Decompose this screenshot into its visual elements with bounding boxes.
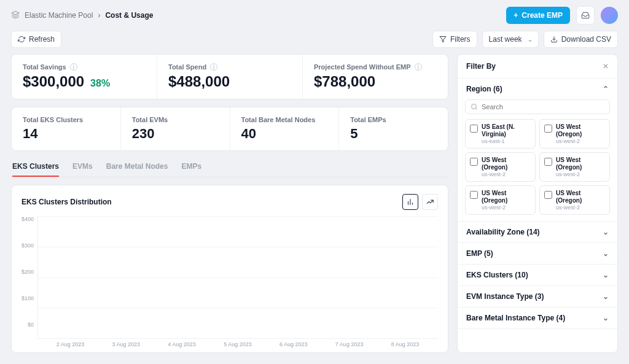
region-code: us-west-2 xyxy=(482,204,531,211)
facet-search[interactable] xyxy=(465,99,610,114)
date-range-label: Last week xyxy=(489,35,522,44)
download-label: Download CSV xyxy=(561,35,611,44)
region-checkbox[interactable] xyxy=(470,125,478,133)
bar-chart-toggle[interactable] xyxy=(402,194,418,210)
create-emp-button[interactable]: + Create EMP xyxy=(506,7,570,24)
x-tick: 5 Aug 2023 xyxy=(224,341,252,347)
x-tick: 4 Aug 2023 xyxy=(168,341,196,347)
count-stats-row: Total EKS Clusters 14Total EVMs 230Total… xyxy=(11,107,448,151)
tab-eks-clusters[interactable]: EKS Clusters xyxy=(12,162,59,177)
region-code: us-west-2 xyxy=(556,138,605,144)
refresh-button[interactable]: Refresh xyxy=(11,31,61,48)
facet-body: US East (N. Virginia) us-east-1 US West … xyxy=(458,99,617,221)
region-name: US West (Oregon) xyxy=(556,157,605,171)
facet-header[interactable]: EKS Clusters (10)⌄ xyxy=(458,265,617,285)
region-checkbox[interactable] xyxy=(470,158,478,166)
region-option[interactable]: US West (Oregon) us-west-2 xyxy=(539,119,610,149)
filter-title: Filter By xyxy=(466,62,496,71)
app-header: Elastic Machine Pool › Cost & Usage + Cr… xyxy=(0,0,629,31)
chevron-down-icon: ⌄ xyxy=(527,35,533,44)
facet-eks-clusters: EKS Clusters (10)⌄ xyxy=(458,265,617,286)
stat-label: Total Spend i xyxy=(168,63,291,71)
avatar[interactable] xyxy=(601,7,618,24)
line-chart-icon xyxy=(426,198,434,206)
filter-icon xyxy=(439,36,447,43)
chevron-down-icon: ⌄ xyxy=(603,292,609,301)
stat-card: Total EKS Clusters 14 xyxy=(12,107,121,150)
y-tick: $300 xyxy=(21,242,34,249)
chart-y-axis: $400$300$200$100$0 xyxy=(21,216,37,339)
stat-card: Total EMPs 5 xyxy=(339,107,448,150)
inbox-button[interactable] xyxy=(576,6,595,25)
info-icon[interactable]: i xyxy=(415,63,422,71)
region-option[interactable]: US West (Oregon) us-west-2 xyxy=(539,185,610,215)
tab-bare-metal-nodes[interactable]: Bare Metal Nodes xyxy=(106,162,168,177)
stat-value: $788,000 xyxy=(314,73,437,90)
filters-button[interactable]: Filters xyxy=(432,31,477,48)
facet-header[interactable]: EVM Instance Type (3)⌄ xyxy=(458,286,617,307)
facet-availability-zone: Availability Zone (14)⌄ xyxy=(458,222,617,243)
tab-emps[interactable]: EMPs xyxy=(181,162,201,177)
facet-header[interactable]: EMP (5)⌄ xyxy=(458,243,617,264)
facet-search-input[interactable] xyxy=(482,103,604,110)
chevron-down-icon: ⌄ xyxy=(603,314,609,322)
refresh-icon xyxy=(18,36,25,43)
svg-line-7 xyxy=(475,108,477,109)
stat-card: Total Spend i $488,000 xyxy=(157,55,303,99)
stat-value: 14 xyxy=(23,126,109,142)
y-tick: $0 xyxy=(28,322,34,328)
chart-x-axis: 2 Aug 20233 Aug 20234 Aug 20235 Aug 2023… xyxy=(21,339,438,347)
x-tick: 2 Aug 2023 xyxy=(57,341,85,347)
region-option[interactable]: US West (Oregon) us-west-2 xyxy=(465,152,536,182)
breadcrumb-root[interactable]: Elastic Machine Pool xyxy=(25,11,93,20)
stat-card: Total Bare Metal Nodes 40 xyxy=(230,107,340,150)
facet-label: Availability Zone (14) xyxy=(466,228,540,236)
stat-label: Total EMPs xyxy=(350,116,437,123)
region-checkbox[interactable] xyxy=(470,191,478,199)
stat-label: Total Savings i xyxy=(23,63,146,71)
download-csv-button[interactable]: Download CSV xyxy=(544,31,618,48)
stat-value: 40 xyxy=(241,126,328,142)
facet-header[interactable]: Region (6)⌃ xyxy=(458,79,617,99)
facet-header[interactable]: Availability Zone (14)⌄ xyxy=(458,222,617,242)
region-code: us-west-2 xyxy=(482,171,531,177)
stat-label: Total EKS Clusters xyxy=(23,116,109,123)
region-checkbox[interactable] xyxy=(544,191,552,199)
chevron-right-icon: › xyxy=(98,11,100,20)
region-option[interactable]: US East (N. Virginia) us-east-1 xyxy=(465,119,536,149)
tab-evms[interactable]: EVMs xyxy=(72,162,93,177)
chart-plot xyxy=(37,216,438,339)
download-icon xyxy=(550,36,558,43)
stat-delta: 38% xyxy=(90,78,110,89)
region-option[interactable]: US West (Oregon) us-west-2 xyxy=(465,185,536,215)
region-name: US West (Oregon) xyxy=(482,190,531,204)
facet-label: EMP (5) xyxy=(466,249,493,258)
facet-header[interactable]: Bare Metal Instance Type (4)⌄ xyxy=(458,308,617,328)
line-chart-toggle[interactable] xyxy=(422,194,438,210)
region-option[interactable]: US West (Oregon) us-west-2 xyxy=(539,152,610,182)
region-code: us-west-2 xyxy=(556,171,605,177)
region-checkbox[interactable] xyxy=(544,158,552,166)
chart-title: EKS Clusters Distribution xyxy=(21,198,112,206)
info-icon[interactable]: i xyxy=(70,63,77,71)
region-checkbox[interactable] xyxy=(544,125,552,133)
facet-label: EVM Instance Type (3) xyxy=(466,292,544,301)
svg-marker-0 xyxy=(12,11,19,15)
create-emp-label: Create EMP xyxy=(522,11,563,20)
stat-value: $300,000 38% xyxy=(23,73,146,90)
date-range-select[interactable]: Last week ⌄ xyxy=(482,31,539,48)
plus-icon: + xyxy=(514,11,518,20)
region-name: US West (Oregon) xyxy=(482,157,531,171)
toolbar: Refresh Filters Last week ⌄ Download CSV xyxy=(0,31,629,54)
x-tick: 6 Aug 2023 xyxy=(279,341,308,347)
x-tick: 8 Aug 2023 xyxy=(391,341,420,347)
chevron-up-icon: ⌃ xyxy=(603,85,609,93)
region-name: US West (Oregon) xyxy=(556,190,605,204)
facet-emp: EMP (5)⌄ xyxy=(458,243,617,265)
savings-stats-row: Total Savings i $300,000 38%Total Spend … xyxy=(11,54,448,99)
info-icon[interactable]: i xyxy=(210,63,217,71)
chevron-down-icon: ⌄ xyxy=(603,249,609,258)
close-icon[interactable]: ✕ xyxy=(603,62,609,71)
svg-point-6 xyxy=(472,104,477,109)
stat-value: 5 xyxy=(350,126,437,142)
